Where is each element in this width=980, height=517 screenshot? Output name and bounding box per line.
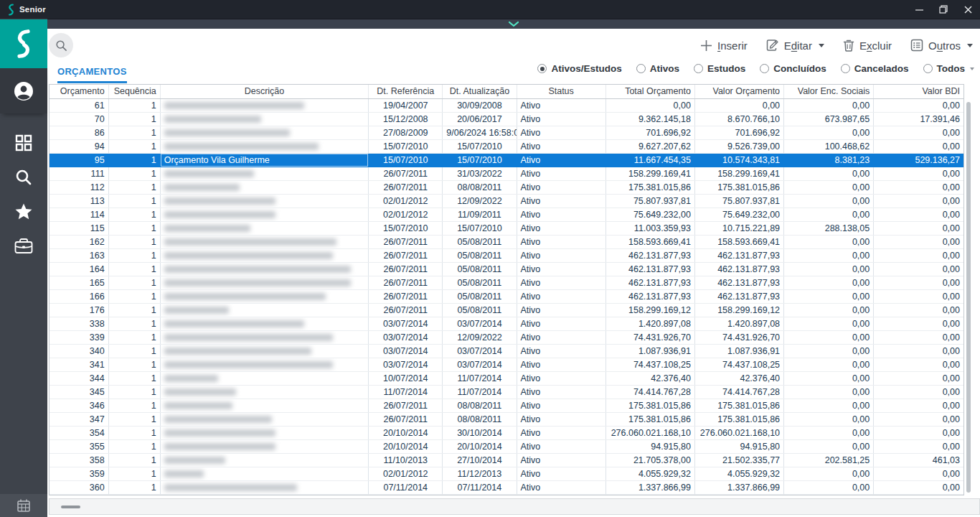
sidebar-item-search[interactable] (13, 167, 34, 188)
redacted-description (164, 266, 351, 273)
column-header-status[interactable]: Status (517, 85, 606, 98)
cell-dt_referencia: 15/07/2010 (369, 221, 443, 235)
sidebar-item-favorites[interactable] (13, 201, 34, 223)
cell-valor_enc_sociais: 0,00 (784, 399, 874, 412)
column-header-or-amento[interactable]: Orçamento (50, 85, 108, 98)
cell-total_orcamento: 462.131.877,93 (606, 289, 694, 303)
table-row[interactable]: 164126/07/201105/08/2011Ativo462.131.877… (50, 262, 963, 276)
cell-dt_atualizacao: 31/03/2022 (443, 167, 517, 180)
table-row[interactable]: 346126/07/201108/08/2011Ativo175.381.015… (50, 399, 963, 412)
cell-orcamento: 359 (50, 467, 108, 480)
table-row[interactable]: 338103/07/201403/07/2014Ativo1.420.897,0… (50, 317, 963, 330)
table-row[interactable]: 340103/07/201403/07/2014Ativo1.087.936,9… (50, 344, 963, 358)
cell-valor_enc_sociais: 0,00 (784, 208, 874, 221)
cell-sequencia: 1 (108, 194, 160, 208)
sidebar-item-briefcase[interactable] (13, 236, 34, 257)
radio-label: Todos (937, 63, 966, 74)
table-row[interactable]: 163126/07/201105/08/2011Ativo462.131.877… (50, 248, 963, 262)
radio-option-conclu-dos[interactable]: Concluídos (760, 63, 826, 74)
cell-valor_orcamento: 175.381.015,86 (694, 180, 783, 194)
radio-option-ativos-estudos[interactable]: Ativos/Estudos (537, 63, 621, 74)
outros-button[interactable]: Outros (910, 39, 973, 52)
horizontal-scrollbar[interactable] (49, 498, 980, 515)
column-header-valor-enc-sociais[interactable]: Valor Enc. Sociais (784, 85, 874, 98)
column-header-dt-atualiza-o[interactable]: Dt. Atualização (443, 85, 517, 98)
tab-orcamentos[interactable]: ORÇAMENTOS (57, 66, 127, 83)
table-row[interactable]: 94115/07/201015/07/2010Ativo9.627.207,62… (50, 139, 963, 153)
cell-orcamento: 176 (50, 303, 108, 317)
redacted-description (164, 375, 218, 382)
table-row[interactable]: 112126/07/201108/08/2011Ativo175.381.015… (50, 180, 963, 194)
table-row[interactable]: 70115/12/200820/06/2017Ativo9.362.145,18… (50, 112, 963, 126)
column-header-descri-o[interactable]: Descrição (160, 85, 368, 98)
sidebar-item-user[interactable] (0, 68, 47, 113)
editar-button[interactable]: Editar (766, 39, 824, 52)
table-row[interactable]: 111126/07/201131/03/2022Ativo158.299.169… (50, 167, 963, 180)
cell-status: Ativo (517, 112, 606, 126)
table-row[interactable]: 86127/08/20099/06/2024 16:58:0Ativo701.6… (50, 126, 963, 139)
cell-dt_referencia: 07/11/2014 (369, 480, 443, 494)
cell-sequencia: 1 (108, 358, 160, 371)
horizontal-scrollbar-thumb[interactable] (61, 506, 80, 508)
cell-dt_referencia: 15/07/2010 (369, 153, 443, 167)
table-row[interactable]: 339103/07/201412/09/2022Ativo74.431.926,… (50, 330, 963, 344)
table-row[interactable]: 344110/07/201411/07/2014Ativo42.376,4042… (50, 371, 963, 385)
cell-valor_bdi: 0,00 (874, 289, 963, 303)
table-row[interactable]: 114102/01/201211/09/2011Ativo75.649.232,… (50, 208, 963, 221)
radio-label: Concluídos (773, 63, 826, 74)
table-row[interactable]: 341103/07/201403/07/2014Ativo74.437.108,… (50, 358, 963, 371)
table-row[interactable]: 345111/07/201411/07/2014Ativo74.414.767,… (50, 385, 963, 399)
radio-option-cancelados[interactable]: Cancelados (841, 63, 909, 74)
table-row[interactable]: 358111/10/201327/10/2014Ativo21.705.378,… (50, 453, 963, 467)
table-row[interactable]: 360107/11/201407/11/2014Ativo1.337.866,9… (50, 480, 963, 494)
table-row[interactable]: 176126/07/201105/08/2011Ativo158.299.169… (50, 303, 963, 317)
cell-valor_enc_sociais: 0,00 (784, 344, 874, 358)
cell-valor_bdi: 0,00 (874, 439, 963, 453)
table-row[interactable]: 113102/01/201212/09/2022Ativo75.807.937,… (50, 194, 963, 208)
table-row[interactable]: 354120/10/201430/10/2014Ativo276.060.021… (50, 426, 963, 439)
cell-total_orcamento: 75.649.232,00 (606, 208, 694, 221)
cell-dt_atualizacao: 05/08/2011 (443, 248, 517, 262)
minimize-button[interactable] (907, 0, 931, 19)
table-row[interactable]: 115115/07/201015/07/2010Ativo11.003.359,… (50, 221, 963, 235)
cell-dt_referencia: 26/07/2011 (369, 167, 443, 180)
sidebar-item-modules[interactable] (13, 132, 34, 154)
redacted-description (164, 484, 297, 491)
table-row[interactable]: 359102/01/201211/12/2013Ativo4.055.929,3… (50, 467, 963, 480)
inserir-button[interactable]: Inserir (700, 39, 748, 52)
cell-status: Ativo (517, 330, 606, 344)
chevron-down-icon[interactable] (508, 21, 519, 27)
cell-orcamento: 354 (50, 426, 108, 439)
sidebar-senior-logo[interactable] (0, 19, 47, 68)
table-row[interactable]: 951Orçamento Vila Guilherme15/07/201015/… (50, 153, 963, 167)
cell-valor_bdi: 0,00 (874, 221, 963, 235)
column-header-valor-or-amento[interactable]: Valor Orçamento (694, 85, 783, 98)
column-header-sequ-ncia[interactable]: Sequência (108, 85, 160, 98)
radio-option-estudos[interactable]: Estudos (694, 63, 745, 74)
search-button[interactable] (49, 33, 73, 57)
cell-sequencia: 1 (108, 412, 160, 426)
column-header-valor-bdi[interactable]: Valor BDI (874, 85, 963, 98)
sidebar-item-calculator[interactable] (0, 494, 47, 517)
radio-selected-icon (537, 64, 547, 73)
radio-option-todos[interactable]: Todos (923, 63, 975, 74)
cell-dt_referencia: 03/07/2014 (369, 344, 443, 358)
radio-option-ativos[interactable]: Ativos (636, 63, 679, 74)
close-button[interactable] (956, 0, 980, 19)
cell-valor_enc_sociais: 0,00 (784, 385, 874, 399)
table-row[interactable]: 347126/07/201108/08/2011Ativo175.381.015… (50, 412, 963, 426)
excluir-button[interactable]: Excluir (843, 39, 892, 52)
table-row[interactable]: 162126/07/201105/08/2011Ativo158.593.669… (50, 235, 963, 248)
table-row[interactable]: 355120/10/201420/10/2014Ativo94.915,8094… (50, 439, 963, 453)
vertical-scrollbar-thumb[interactable] (966, 102, 971, 493)
table-row[interactable]: 166126/07/201105/08/2011Ativo462.131.877… (50, 289, 963, 303)
restore-button[interactable] (931, 0, 956, 19)
cell-dt_atualizacao: 07/11/2014 (443, 480, 517, 494)
cell-sequencia: 1 (108, 208, 160, 221)
cell-total_orcamento: 0,00 (606, 98, 694, 112)
table-row[interactable]: 61119/04/200730/09/2008Ativo0,000,000,00… (50, 98, 963, 112)
cell-total_orcamento: 1.337.866,99 (606, 480, 694, 494)
column-header-dt-refer-ncia[interactable]: Dt. Referência (369, 85, 443, 98)
column-header-total-or-amento[interactable]: Total Orçamento (606, 85, 694, 98)
table-row[interactable]: 165126/07/201105/08/2011Ativo462.131.877… (50, 276, 963, 289)
